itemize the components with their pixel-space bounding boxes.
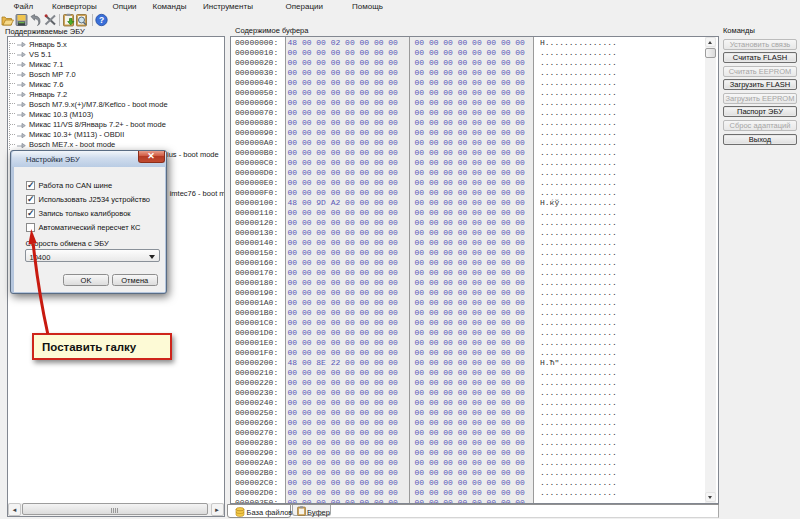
svg-text:?: ? — [99, 15, 104, 25]
